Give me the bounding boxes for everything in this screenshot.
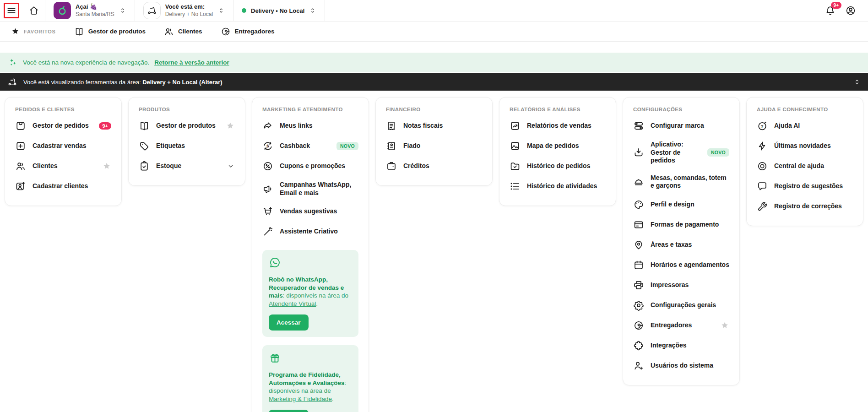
favorite-star-icon[interactable] [102,162,111,171]
menu-item-horarios-e-agendamentos[interactable]: Horários e agendamentos [633,255,729,275]
menu-item-gestor-de-pedidos[interactable]: Gestor de pedidos9+ [15,116,111,136]
favorite-star-icon[interactable] [720,321,729,330]
menu-item-label: Cadastrar vendas [33,142,111,150]
menu-item-cupons-e-promocoes[interactable]: Cupons e promoções [262,156,358,176]
chevron-down-icon[interactable] [227,162,235,170]
acessar-button[interactable]: Acessar [269,314,309,331]
return-previous-version-link[interactable]: Retorne à versão anterior [154,59,229,66]
status-selector[interactable]: Delivery • No Local [236,7,322,14]
scooter-icon [147,5,157,16]
menu-item-meus-links[interactable]: Meus links [262,116,358,136]
notifications-button[interactable]: 9+ [825,5,836,16]
menu-item-clientes[interactable]: Clientes [15,156,111,176]
favorite-item-label: Entregadores [235,28,275,35]
menu-item-cadastrar-vendas[interactable]: Cadastrar vendas [15,136,111,156]
menu-item-mapa-de-pedidos[interactable]: Mapa de pedidos [510,136,606,156]
menu-item-integracoes[interactable]: Integrações [633,336,729,356]
favorite-item-clientes[interactable]: Clientes [164,27,202,37]
card-financeiro: FINANCEIRONotas fiscaisFiadoCréditos [375,97,493,186]
wallet-icon [386,161,397,172]
menu-item-areas-e-taxas[interactable]: Áreas e taxas [633,235,729,255]
menu-item-impressoras[interactable]: Impressoras [633,275,729,295]
area-value: Delivery + No Local [165,11,213,18]
menu-item-cadastrar-clientes[interactable]: Cadastrar clientes [15,176,111,196]
menu-item-usuarios-do-sistema[interactable]: Usuários do sistema [633,356,729,376]
area-context-text: Você está visualizando ferramentas da ár… [23,79,222,86]
menu-item-label: Configurar marca [651,122,729,130]
menu-item-historico-de-atividades[interactable]: Histórico de atividades [510,176,606,196]
promo-box-atendente-virtual: Robô no WhatsApp, Recuperador de vendas … [262,250,358,337]
menu-item-entregadores[interactable]: Entregadores [633,315,729,336]
bolt-icon [757,141,768,152]
menu-item-formas-de-pagamento[interactable]: Formas de pagamento [633,215,729,235]
gear-icon [633,300,644,311]
favorite-item-gestor-de-produtos[interactable]: Gestor de produtos [74,27,146,37]
menu-item-gestor-de-produtos[interactable]: Gestor de produtos [139,116,235,136]
menu-item-ultimas-novidades[interactable]: Últimas novidades [757,136,853,156]
menu-item-relatorios-de-vendas[interactable]: Relatórios de vendas [510,116,606,136]
card-title: MARKETING E ATENDIMENTO [262,107,358,112]
hamburger-menu-button[interactable] [4,3,19,18]
square-plus-icon [15,141,26,152]
home-button[interactable] [26,2,42,19]
menu-item-etiquetas[interactable]: Etiquetas [139,136,235,156]
menu-item-label: Configurações gerais [651,301,729,309]
whatsapp-icon [269,256,281,269]
store-selector[interactable]: Açaí 🍇 Santa Maria/RS [48,2,132,19]
menu-item-historico-de-pedidos[interactable]: Histórico de pedidos [510,156,606,176]
menu-item-creditos[interactable]: Créditos [386,156,482,176]
novo-badge: NOVO [336,142,358,150]
favorite-star-icon[interactable] [226,121,235,130]
banner-text: Você está na nova experiência de navegaç… [23,59,149,66]
promo-text: Robô no WhatsApp, Recuperador de vendas … [269,276,352,308]
help-ai-icon: ? [757,120,768,131]
menu-item-label: Perfil e design [651,201,729,209]
status-label: Delivery • No Local [251,7,304,14]
menu-item-perfil-e-design[interactable]: Perfil e design [633,195,729,215]
card-title: AJUDA E CONHECIMENTO [757,107,853,112]
menu-item-estoque[interactable]: Estoque [139,156,235,176]
menu-item-vendas-sugestivas[interactable]: Vendas sugestivas [262,201,358,222]
acai-logo-icon [56,5,68,16]
helmet-icon [221,27,231,37]
menu-item-fiado[interactable]: Fiado [386,136,482,156]
palette-icon [633,199,644,210]
menu-item-label: Mesas, comandas, totem e garçons [651,174,729,190]
star-icon [11,27,20,36]
menu-item-ajuda-ai[interactable]: ?Ajuda AI [757,116,853,136]
account-icon [845,5,856,16]
acessar-button[interactable]: Acessar [269,410,309,412]
menu-item-mesas-comandas-totem-e-garcons[interactable]: Mesas, comandas, totem e garçons [633,169,729,195]
menu-item-label: Cupons e promoções [280,162,358,170]
favorites-bar: FAVORITOS Gestor de produtos Clientes En… [0,22,868,42]
area-selector[interactable]: Você está em: Delivery + No Local [138,2,230,19]
credit-card-icon [633,219,644,230]
menu-item-registro-de-sugestoes[interactable]: Registro de sugestões [757,176,853,196]
menu-item-campanhas-whatsapp-email-e-mais[interactable]: Campanhas WhatsApp, Email e mais [262,176,358,201]
menu-item-notas-fiscais[interactable]: Notas fiscais [386,116,482,136]
promo-link[interactable]: Atendente Virtual [269,300,316,307]
promo-link[interactable]: Marketing & Fidelidade [269,396,332,402]
menu-item-aplicativo-gestor-de-pedidos[interactable]: Aplicativo: Gestor de pedidosNOVO [633,136,729,169]
home-icon [28,5,39,16]
favorite-item-label: Gestor de produtos [88,28,146,35]
account-button[interactable] [842,2,859,19]
menu-item-central-de-ajuda[interactable]: Central de ajuda [757,156,853,176]
gift-icon [269,352,281,364]
card-marketing-e-atendimento: MARKETING E ATENDIMENTOMeus links$Cashba… [252,97,369,412]
hamburger-icon [6,5,17,16]
favorite-item-entregadores[interactable]: Entregadores [221,27,275,37]
menu-item-configurar-marca[interactable]: Configurar marca [633,116,729,136]
menu-item-label: Ajuda AI [774,122,853,130]
area-context-bar[interactable]: Você está visualizando ferramentas da ár… [0,73,868,91]
menu-item-cashback[interactable]: $CashbackNOVO [262,136,358,156]
novo-badge: NOVO [707,148,729,157]
help-center-icon [757,161,768,172]
promo-box-marketing-fidelidade: Programa de Fidelidade, Automações e Ava… [262,345,358,412]
menu-item-configuracoes-gerais[interactable]: Configurações gerais [633,295,729,315]
menu-item-registro-de-correcoes[interactable]: Registro de correções [757,196,853,217]
menu-item-label: Horários e agendamentos [651,261,729,269]
book-icon [74,27,84,37]
menu-item-assistente-criativo[interactable]: Assistente Criativo [262,222,358,242]
scooter-icon [7,77,17,87]
